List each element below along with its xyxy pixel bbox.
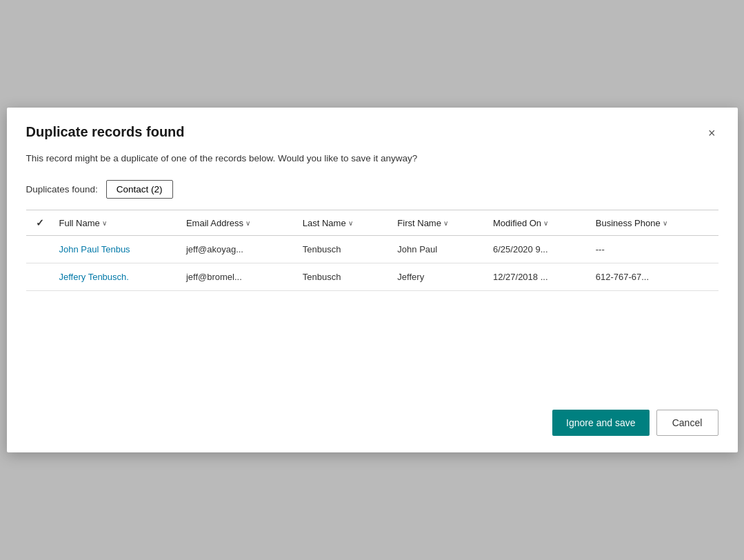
th-last-name: Last Name ∨ [297, 210, 392, 236]
th-business-phone: Business Phone ∨ [590, 210, 718, 236]
row1-business-phone: --- [590, 236, 718, 263]
chevron-down-icon: ∨ [443, 219, 448, 227]
cancel-button[interactable]: Cancel [656, 410, 718, 436]
duplicates-label-row: Duplicates found: Contact (2) [26, 180, 718, 199]
dialog-header: Duplicate records found × [26, 124, 718, 142]
table-body: John Paul Tenbus jeff@akoyag... Tenbusch… [26, 236, 718, 291]
close-button[interactable]: × [705, 124, 718, 142]
last-name-sort[interactable]: Last Name ∨ [303, 218, 353, 228]
th-check: ✓ [26, 210, 54, 236]
row1-first-name: John Paul [392, 236, 487, 263]
chevron-down-icon: ∨ [663, 219, 667, 227]
dialog-title: Duplicate records found [26, 124, 185, 140]
business-phone-sort[interactable]: Business Phone ∨ [596, 218, 667, 228]
row2-email: jeff@bromel... [181, 263, 297, 291]
email-sort[interactable]: Email Address ∨ [186, 218, 250, 228]
chevron-down-icon: ∨ [102, 219, 107, 227]
row2-full-name: Jeffery Tenbusch. [54, 263, 181, 291]
dialog: Duplicate records found × This record mi… [7, 108, 738, 452]
row2-last-name: Tenbusch [297, 263, 392, 291]
th-first-name: First Name ∨ [392, 210, 487, 236]
th-email: Email Address ∨ [181, 210, 297, 236]
row1-modified-on: 6/25/2020 9... [487, 236, 590, 263]
row1-last-name: Tenbusch [297, 236, 392, 263]
table-row: Jeffery Tenbusch. jeff@bromel... Tenbusc… [26, 263, 718, 291]
duplicates-table: ✓ Full Name ∨ Email Address ∨ [26, 210, 718, 291]
modified-on-sort[interactable]: Modified On ∨ [493, 218, 548, 228]
row1-email: jeff@akoyag... [181, 236, 297, 263]
table-header-row: ✓ Full Name ∨ Email Address ∨ [26, 210, 718, 236]
contact-tab-button[interactable]: Contact (2) [106, 180, 173, 199]
dialog-footer: Ignore and save Cancel [26, 382, 718, 436]
row1-full-name: John Paul Tenbus [54, 236, 181, 263]
duplicates-found-label: Duplicates found: [26, 184, 98, 194]
ignore-and-save-button[interactable]: Ignore and save [552, 410, 649, 436]
chevron-down-icon: ∨ [245, 219, 250, 227]
th-modified-on: Modified On ∨ [487, 210, 590, 236]
row1-check [26, 236, 54, 263]
check-icon: ✓ [36, 217, 44, 228]
chevron-down-icon: ∨ [348, 219, 353, 227]
row2-first-name: Jeffery [392, 263, 487, 291]
dialog-subtitle: This record might be a duplicate of one … [26, 153, 718, 163]
row1-full-name-link[interactable]: John Paul Tenbus [59, 244, 130, 254]
dialog-overlay: Duplicate records found × This record mi… [0, 0, 744, 560]
row2-check [26, 263, 54, 291]
table-row: John Paul Tenbus jeff@akoyag... Tenbusch… [26, 236, 718, 263]
th-full-name: Full Name ∨ [54, 210, 181, 236]
full-name-sort[interactable]: Full Name ∨ [59, 218, 107, 228]
row2-full-name-link[interactable]: Jeffery Tenbusch. [59, 272, 129, 282]
chevron-down-icon: ∨ [543, 219, 548, 227]
row2-modified-on: 12/27/2018 ... [487, 263, 590, 291]
first-name-sort[interactable]: First Name ∨ [397, 218, 448, 228]
row2-business-phone: 612-767-67... [590, 263, 718, 291]
